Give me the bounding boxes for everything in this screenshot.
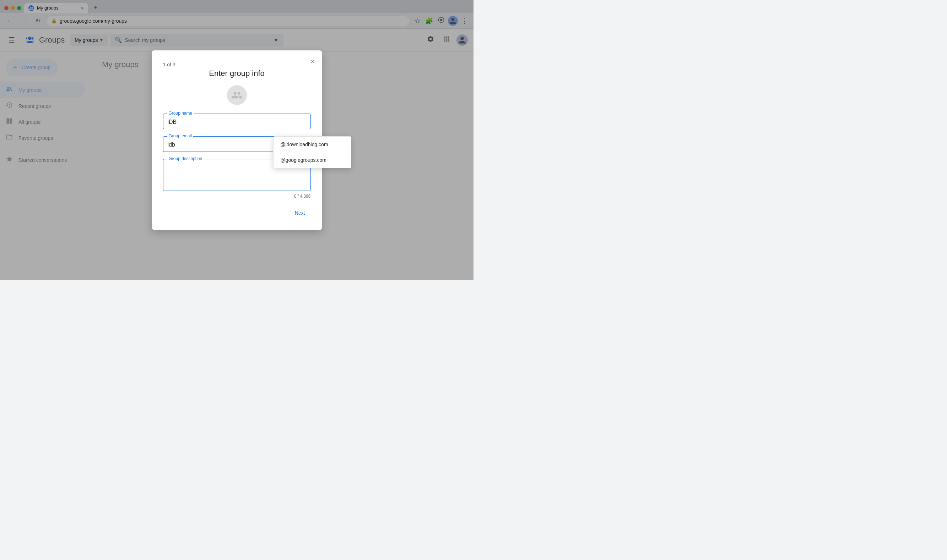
- group-avatar-upload[interactable]: [227, 85, 247, 105]
- domain-option-googlegroups[interactable]: @googlegroups.com: [273, 152, 351, 168]
- group-name-input[interactable]: [163, 114, 311, 129]
- group-email-section: Group email @idownloadblog.com @googlegr…: [163, 136, 311, 152]
- create-group-modal: 1 of 3 × Enter group info Group name: [152, 51, 322, 230]
- modal-title: Enter group info: [163, 69, 311, 78]
- modal-close-button[interactable]: ×: [309, 56, 316, 67]
- modal-step: 1 of 3: [163, 62, 311, 68]
- domain-option-idownloadblog[interactable]: @idownloadblog.com: [273, 137, 351, 152]
- app: ☰ Groups My groups ▼ 🔍 ▼: [0, 29, 474, 280]
- char-count: 0 / 4,096: [163, 194, 311, 199]
- group-name-label: Group name: [167, 111, 194, 116]
- modal-footer: Next: [163, 207, 311, 218]
- group-description-label: Group description: [167, 156, 204, 161]
- domain-dropdown: @idownloadblog.com @googlegroups.com: [273, 136, 351, 168]
- group-name-field: Group name: [163, 114, 311, 129]
- domain-googlegroups-label: @googlegroups.com: [281, 157, 327, 163]
- next-button[interactable]: Next: [289, 207, 311, 218]
- main-content: + Create group My groups Recent groups: [0, 51, 474, 280]
- domain-idownloadblog-label: @idownloadblog.com: [281, 142, 328, 147]
- group-email-label: Group email: [167, 134, 193, 138]
- modal-overlay: 1 of 3 × Enter group info Group name: [0, 51, 474, 280]
